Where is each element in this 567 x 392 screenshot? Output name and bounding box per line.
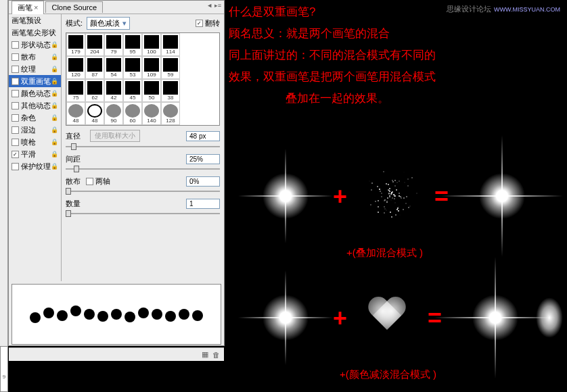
flip-label: 翻转 bbox=[205, 18, 220, 28]
brush-preset-cell[interactable]: 59 bbox=[161, 56, 180, 79]
lock-icon: 🔒 bbox=[51, 139, 58, 145]
brush-preset-cell[interactable]: 114 bbox=[161, 33, 180, 56]
brush-preset-cell[interactable]: 53 bbox=[123, 56, 142, 79]
sidebar-item-wet-edges[interactable]: 湿边🔒 bbox=[9, 124, 61, 136]
count-label: 数量 bbox=[66, 199, 86, 209]
spacing-input[interactable]: 25% bbox=[186, 154, 220, 164]
sidebar-item-color-dynamics[interactable]: 颜色动态🔒 bbox=[9, 87, 61, 99]
brush-preset-cell[interactable]: 45 bbox=[123, 79, 142, 102]
brush-preset-cell[interactable]: 140 bbox=[66, 125, 85, 126]
brush-preset-cell[interactable]: 80 bbox=[123, 125, 142, 126]
sidebar-item-noise[interactable]: 杂色🔒 bbox=[9, 112, 61, 124]
lock-icon: 🔒 bbox=[51, 90, 58, 97]
brush-preset-cell[interactable] bbox=[161, 125, 180, 126]
svg-point-0 bbox=[30, 312, 41, 323]
lock-icon: 🔒 bbox=[51, 102, 58, 109]
diameter-label: 直径 bbox=[66, 131, 86, 141]
lock-icon: 🔒 bbox=[51, 78, 58, 84]
sidebar-item-other-dynamics[interactable]: 其他动态🔒 bbox=[9, 99, 61, 112]
flip-checkbox[interactable]: ✓ bbox=[196, 20, 203, 27]
brush-preset-cell[interactable]: 100 bbox=[104, 125, 123, 126]
scatter-label: 散布 bbox=[66, 176, 86, 187]
brush-preset-cell[interactable]: 62 bbox=[85, 79, 104, 102]
svg-point-5 bbox=[97, 311, 108, 322]
svg-point-10 bbox=[165, 311, 176, 322]
brush-preset-cell[interactable]: 87 bbox=[85, 56, 104, 79]
brush-options-sidebar: 画笔预设 画笔笔尖形状 形状动态🔒 散布🔒 纹理🔒 ✓双重画笔🔒 颜色动态🔒 其… bbox=[9, 14, 62, 281]
brush-preset-cell[interactable]: 95 bbox=[123, 33, 142, 56]
brush-preset-cell[interactable]: 128 bbox=[161, 102, 180, 125]
brush-preset-cell[interactable]: 100 bbox=[142, 33, 161, 56]
sidebar-item-protect-texture[interactable]: 保护纹理🔒 bbox=[9, 160, 61, 172]
brush-preset-cell[interactable]: 48 bbox=[85, 102, 104, 125]
sidebar-item-tip-shape[interactable]: 画笔笔尖形状 bbox=[9, 26, 61, 39]
tab-clone-source[interactable]: Clone Source bbox=[45, 1, 103, 13]
svg-point-1 bbox=[43, 308, 54, 318]
brush-preset-cell[interactable]: 42 bbox=[104, 79, 123, 102]
svg-point-9 bbox=[152, 309, 162, 320]
sidebar-item-shape-dynamics[interactable]: 形状动态🔒 bbox=[9, 39, 61, 51]
new-preset-icon[interactable]: ▦ bbox=[202, 350, 208, 359]
tab-brush[interactable]: 画笔× bbox=[12, 1, 44, 14]
brush-preset-cell[interactable]: 204 bbox=[85, 33, 104, 56]
count-slider[interactable] bbox=[66, 210, 220, 217]
mode-select[interactable]: 颜色减淡 bbox=[87, 17, 130, 30]
scatter-slider[interactable] bbox=[66, 188, 220, 195]
brush-result-2-shape bbox=[536, 297, 563, 338]
both-axes-checkbox[interactable] bbox=[86, 178, 93, 185]
brush-preset-cell[interactable]: 48 bbox=[66, 102, 85, 125]
svg-point-3 bbox=[70, 305, 81, 316]
count-input[interactable]: 1 bbox=[186, 199, 220, 209]
mode-label: 模式: bbox=[66, 18, 83, 28]
diameter-input[interactable]: 48 px bbox=[186, 131, 220, 141]
brush-preset-grid[interactable]: 1792047995100114120875453109597562424550… bbox=[66, 32, 220, 126]
scatter-input[interactable]: 0% bbox=[186, 176, 220, 187]
spacing-label: 间距 bbox=[66, 154, 86, 164]
brush-preset-cell[interactable]: 90 bbox=[104, 102, 123, 125]
brush-sample-star bbox=[258, 169, 313, 223]
tutorial-line-4: 效果，双重画笔是把两个画笔用混合模式 bbox=[229, 68, 436, 87]
equation-2-caption: +(颜色减淡混合模式 ) bbox=[340, 365, 436, 384]
brush-preset-cell[interactable]: 79 bbox=[104, 33, 123, 56]
brush-preset-cell[interactable]: 140 bbox=[142, 102, 161, 125]
lock-icon: 🔒 bbox=[51, 53, 58, 60]
lock-icon: 🔒 bbox=[51, 41, 58, 48]
svg-point-2 bbox=[57, 310, 68, 321]
brush-preset-cell[interactable]: 60 bbox=[123, 102, 142, 125]
sidebar-item-texture[interactable]: 纹理🔒 bbox=[9, 63, 61, 75]
sidebar-brush-preset[interactable]: 画笔预设 bbox=[9, 14, 61, 26]
brush-preset-cell[interactable]: 50 bbox=[142, 79, 161, 102]
brush-preset-cell[interactable]: 60 bbox=[142, 125, 161, 126]
brush-preset-cell[interactable]: 160 bbox=[85, 125, 104, 126]
app-tool-strip bbox=[0, 0, 8, 392]
sidebar-item-scattering[interactable]: 散布🔒 bbox=[9, 51, 61, 63]
brush-preset-cell[interactable]: 109 bbox=[142, 56, 161, 79]
sidebar-item-dual-brush[interactable]: ✓双重画笔🔒 bbox=[9, 75, 61, 87]
lock-icon: 🔒 bbox=[51, 151, 58, 157]
brush-preset-cell[interactable]: 179 bbox=[66, 33, 85, 56]
sidebar-item-smoothing[interactable]: ✓平滑🔒 bbox=[9, 148, 61, 160]
delete-preset-icon[interactable]: 🗑 bbox=[212, 351, 220, 359]
tutorial-line-5: 叠加在一起的效果。 bbox=[286, 89, 389, 108]
brush-preset-cell[interactable]: 38 bbox=[161, 79, 180, 102]
lock-icon: 🔒 bbox=[51, 126, 58, 133]
panel-menu-icon[interactable]: ◄ ▸≡ bbox=[206, 2, 221, 9]
brush-sample-heart bbox=[367, 297, 407, 334]
brush-preset-cell[interactable]: 54 bbox=[104, 56, 123, 79]
brush-preset-cell[interactable]: 75 bbox=[66, 79, 85, 102]
lock-icon: 🔒 bbox=[51, 66, 58, 72]
brush-panel: 画笔× Clone Source ◄ ▸≡ 画笔预设 画笔笔尖形状 形状动态🔒 … bbox=[8, 0, 225, 346]
watermark: 思缘设计论坛WWW.MISSYUAN.COM bbox=[447, 4, 560, 14]
tutorial-canvas: 思缘设计论坛WWW.MISSYUAN.COM 什么是双重画笔? 顾名思义：就是两… bbox=[225, 0, 567, 392]
use-sample-size-button[interactable]: 使用取样大小 bbox=[90, 130, 140, 142]
ruler: 9 bbox=[0, 346, 8, 392]
brush-preset-cell[interactable]: 120 bbox=[66, 56, 85, 79]
lock-icon: 🔒 bbox=[51, 163, 58, 170]
spacing-slider[interactable] bbox=[66, 166, 220, 172]
sidebar-item-airbrush[interactable]: 喷枪🔒 bbox=[9, 136, 61, 148]
brush-result-1 bbox=[475, 169, 529, 223]
tutorial-line-3: 同上面讲过的：不同的混合模式有不同的 bbox=[229, 46, 436, 65]
brush-sample-sparkle bbox=[360, 162, 421, 223]
close-icon[interactable]: × bbox=[34, 3, 38, 11]
diameter-slider[interactable] bbox=[66, 143, 220, 150]
